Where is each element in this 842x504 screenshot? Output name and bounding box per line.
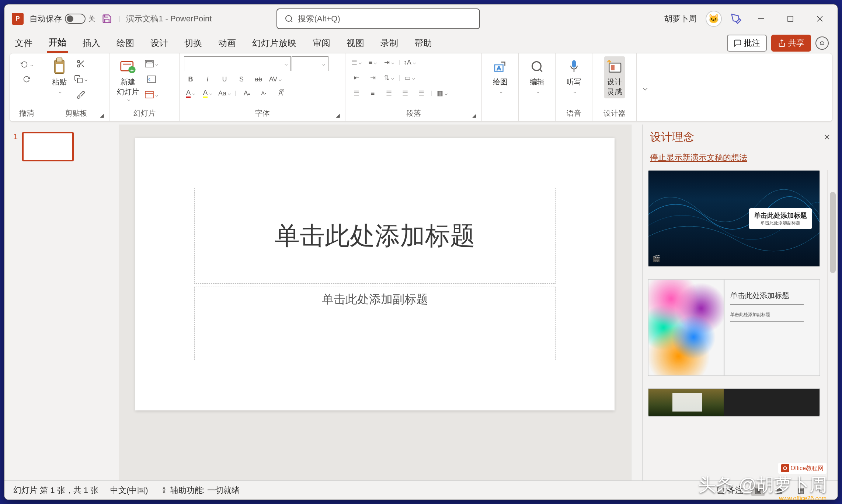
watermark-text: 头条 @胡萝卜周 [698,473,827,497]
tab-design[interactable]: 设计 [149,34,170,52]
group-label-slides: 幻灯片 [114,107,175,121]
align-right-button[interactable]: ☰ [382,87,396,99]
design-idea-2[interactable]: 单击此处添加标题 单击此处添加副标题 [648,279,820,376]
underline-button[interactable]: U [218,73,231,85]
strikethrough-button[interactable]: ab [252,73,265,85]
pane-scrollbar[interactable] [827,170,838,480]
text-direction-button[interactable]: ↕A⌵ [403,56,416,68]
tab-slideshow[interactable]: 幻灯片放映 [251,34,298,52]
layout-button[interactable]: ⌵ [145,58,158,70]
design-idea-3[interactable] [648,388,820,417]
autosave-toggle[interactable]: 自动保存 关 [29,13,95,24]
char-spacing-button[interactable]: AV⌵ [269,73,282,85]
new-slide-button[interactable]: + 新建 幻灯片 ⌵ [114,56,142,104]
design-ideas-button[interactable]: 设计 灵感 [604,56,625,98]
accessibility-button[interactable]: 辅助功能: 一切就绪 [160,485,240,496]
new-slide-icon: + [120,59,136,75]
grow-font-button[interactable]: A▴ [240,87,253,99]
reset-button[interactable] [145,73,158,85]
svg-rect-15 [77,78,82,83]
editing-button[interactable]: 编辑 ⌵ [525,56,549,96]
align-text-button[interactable]: ▭⌵ [403,72,416,84]
design-idea-1[interactable]: 单击此处添加标题 单击此处添加副标题 🎬 [648,170,820,267]
design-ideas-icon [606,59,623,74]
share-button[interactable]: 共享 [771,35,811,52]
line-spacing-button[interactable]: ⇅⌵ [382,72,396,84]
justify-button[interactable]: ☰ [399,87,412,99]
dictate-button[interactable]: 听写 ⌵ [562,56,586,96]
slide-counter[interactable]: 幻灯片 第 1 张，共 1 张 [13,485,98,496]
decrease-indent-button[interactable]: ⇤ [350,72,363,84]
app-window: P 自动保存 关 | 演示文稿1 - PowerPoint 搜索(Alt+Q) … [4,4,838,500]
workspace: 1 单击此处添加标题 单击此处添加副标题 设计理念 ✕ 停止显示新演示文稿的想法 [4,125,838,480]
redo-button[interactable] [20,73,33,85]
drawing-button[interactable]: A 绘图 ⌵ [488,56,512,96]
shadow-button[interactable]: S [235,73,248,85]
language-button[interactable]: 中文(中国) [110,485,148,496]
feedback-button[interactable]: ☺ [815,36,829,50]
svg-point-11 [77,65,80,67]
increase-indent-button[interactable]: ⇥ [366,72,379,84]
maximize-button[interactable] [780,8,801,29]
comments-button[interactable]: 批注 [727,35,767,52]
format-painter-button[interactable] [74,89,87,101]
tab-file[interactable]: 文件 [13,34,34,52]
dialog-launcher-icon[interactable]: ◢ [100,112,104,118]
cut-button[interactable] [74,58,87,70]
font-name-combo[interactable]: ⌵ [184,56,291,71]
list-level-button[interactable]: ⇥⌵ [382,56,396,68]
shrink-font-button[interactable]: A▾ [257,87,270,99]
vertical-scrollbar[interactable] [631,125,642,480]
collapse-ribbon-button[interactable]: ⌵ [643,82,648,92]
watermark-url: www.office26.com [779,495,827,502]
stop-ideas-link[interactable]: 停止显示新演示文稿的想法 [643,150,838,170]
align-center-button[interactable]: ≡ [366,87,379,99]
columns-button[interactable]: ▥⌵ [435,87,449,99]
thumbnail-number: 1 [13,132,18,161]
italic-button[interactable]: I [201,73,214,85]
minimize-button[interactable] [751,8,771,29]
tab-transitions[interactable]: 切换 [183,34,203,52]
tab-insert[interactable]: 插入 [81,34,102,52]
user-avatar[interactable]: 🐱 [706,11,722,27]
search-icon [285,14,293,23]
tab-record[interactable]: 录制 [379,34,400,52]
slide-canvas[interactable]: 单击此处添加标题 单击此处添加副标题 [119,125,631,480]
user-name[interactable]: 胡萝卜周 [664,13,697,24]
font-size-combo[interactable]: ⌵ [292,56,328,71]
dialog-launcher-icon[interactable]: ◢ [336,112,340,118]
distribute-button[interactable]: ☰ [415,87,428,99]
bold-button[interactable]: B [184,73,197,85]
font-color-button[interactable]: A⌵ [184,87,197,99]
tab-draw[interactable]: 绘图 [115,34,136,52]
pen-mode-icon[interactable] [731,13,742,24]
undo-button[interactable]: ⌵ [20,59,33,70]
paste-button[interactable]: 粘贴 ⌵ [48,56,71,96]
tab-home[interactable]: 开始 [47,34,68,53]
title-placeholder[interactable]: 单击此处添加标题 [194,188,556,284]
subtitle-placeholder[interactable]: 单击此处添加副标题 [194,287,556,360]
powerpoint-icon: P [12,13,24,25]
align-left-button[interactable]: ☰ [350,87,363,99]
svg-line-28 [539,69,542,72]
tab-animations[interactable]: 动画 [217,34,237,52]
dialog-launcher-icon[interactable]: ◢ [472,112,476,118]
tab-review[interactable]: 审阅 [311,34,332,52]
section-icon [145,91,154,98]
save-button[interactable] [101,13,113,25]
clear-format-button[interactable]: A⌫ [274,87,287,99]
tab-help[interactable]: 帮助 [413,34,434,52]
search-input[interactable]: 搜索(Alt+Q) [276,8,480,29]
toggle-switch-icon[interactable] [65,14,86,24]
slide-thumbnail[interactable]: 1 [13,132,110,161]
highlight-button[interactable]: A⌵ [201,87,214,99]
tab-view[interactable]: 视图 [345,34,366,52]
change-case-button[interactable]: Aa⌵ [218,87,231,99]
copy-button[interactable]: ⌵ [74,73,87,85]
pane-close-button[interactable]: ✕ [824,133,830,142]
numbering-button[interactable]: ≡⌵ [366,56,379,68]
bullets-button[interactable]: ☰⌵ [350,56,363,68]
scissors-icon [76,59,85,68]
close-button[interactable] [810,8,830,29]
section-button[interactable]: ⌵ [145,89,158,101]
